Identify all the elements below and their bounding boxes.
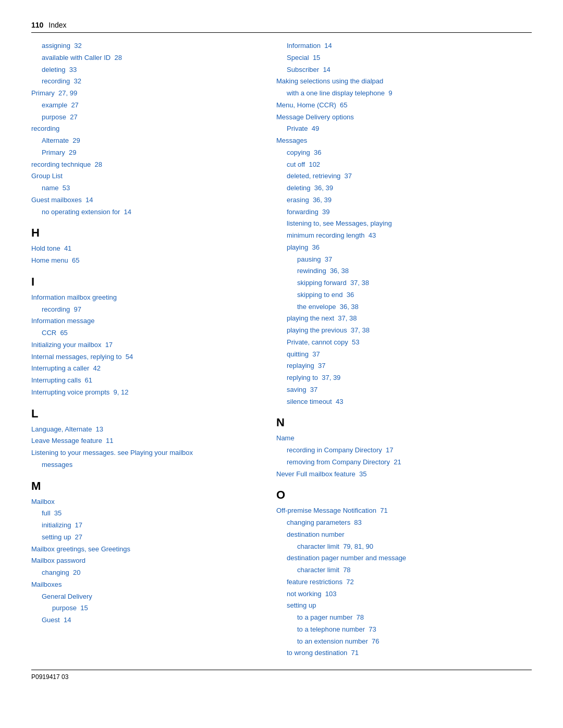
index-columns: assigning 32 available with Caller ID 28… <box>31 40 532 659</box>
list-item: recording in Company Directory 17 <box>287 445 532 456</box>
list-item: Guest mailboxes 14 <box>31 194 255 206</box>
list-item: Primary 29 <box>42 147 255 159</box>
list-item: Special 15 <box>287 52 532 64</box>
list-item: changing parameters 83 <box>287 517 532 529</box>
list-item: replaying 37 <box>287 360 532 372</box>
list-item: recording 32 <box>42 76 255 88</box>
list-item: playing 36 <box>287 242 532 254</box>
list-item: Mailbox password <box>31 555 255 567</box>
list-item: setting up 27 <box>42 532 255 544</box>
section-n-heading: N <box>276 416 532 429</box>
list-item: setting up <box>287 600 532 612</box>
list-item: cut off 102 <box>287 159 532 171</box>
list-item: Leave Message feature 11 <box>31 435 255 447</box>
list-item: skipping forward 37, 38 <box>297 277 532 289</box>
top-bar: 110 Index <box>31 21 532 33</box>
list-item: Private 49 <box>287 123 532 135</box>
list-item: Interrupting a caller 42 <box>31 363 255 375</box>
page-number: 110 <box>31 21 43 29</box>
list-item: Off-premise Message Notification 71 <box>276 505 532 517</box>
list-item: listening to, see Messages, playing <box>287 218 532 230</box>
list-item: recording technique 28 <box>31 159 255 171</box>
list-item: with a one line display telephone 9 <box>287 88 532 100</box>
list-item: recording <box>31 123 255 135</box>
list-item: Making selections using the dialpad <box>276 76 532 88</box>
list-item: Name <box>276 433 532 445</box>
section-title: Index <box>48 21 66 29</box>
list-item: Initializing your mailbox 17 <box>31 339 255 351</box>
list-item: Message Delivery options <box>276 112 532 124</box>
list-item: minimum recording length 43 <box>287 230 532 242</box>
list-item: removing from Company Directory 21 <box>287 456 532 468</box>
list-item: messages <box>42 459 255 471</box>
list-item: Information message <box>31 315 255 327</box>
footer-label: P0919417 03 <box>31 673 68 681</box>
list-item: not working 103 <box>287 588 532 600</box>
mailboxes-continued: Information 14 Special 15 Subscriber 14 … <box>276 40 532 408</box>
list-item: to a telephone number 73 <box>297 624 532 636</box>
list-item: quitting 37 <box>287 349 532 361</box>
list-item: erasing 36, 39 <box>287 194 532 206</box>
list-item: Interrupting calls 61 <box>31 375 255 387</box>
list-item: Hold tone 41 <box>31 243 255 255</box>
list-item: full 35 <box>42 508 255 520</box>
entry-group-top: assigning 32 available with Caller ID 28… <box>31 40 255 218</box>
list-item: Mailbox <box>31 496 255 508</box>
list-item: saving 37 <box>287 384 532 396</box>
list-item: destination pager number and message <box>287 552 532 564</box>
section-l-entries: Language, Alternate 13 Leave Message fea… <box>31 424 255 471</box>
list-item: Subscriber 14 <box>287 64 532 76</box>
list-item: pausing 37 <box>297 254 532 266</box>
list-item: Messages <box>276 135 532 147</box>
list-item: playing the previous 37, 38 <box>287 325 532 337</box>
list-item: forwarding 39 <box>287 206 532 218</box>
list-item: Mailbox greetings, see Greetings <box>31 544 255 556</box>
list-item: deleting 36, 39 <box>287 182 532 194</box>
list-item: character limit 79, 81, 90 <box>297 541 532 553</box>
list-item: changing 20 <box>42 567 255 579</box>
list-item: silence timeout 43 <box>287 396 532 408</box>
list-item: destination number <box>287 529 532 541</box>
list-item: recording 97 <box>42 304 255 316</box>
list-item: Language, Alternate 13 <box>31 424 255 436</box>
list-item: deleting 33 <box>42 64 255 76</box>
list-item: purpose 15 <box>52 602 255 614</box>
list-item: playing the next 37, 38 <box>287 313 532 325</box>
list-item: no operating extension for 14 <box>42 206 255 218</box>
section-l-heading: L <box>31 407 255 421</box>
list-item: to wrong destination 71 <box>287 647 532 659</box>
list-item: CCR 65 <box>42 327 255 339</box>
list-item: Alternate 29 <box>42 135 255 147</box>
list-item: skipping to end 36 <box>297 289 532 301</box>
list-item: replying to 37, 39 <box>287 372 532 384</box>
list-item: Guest 14 <box>42 614 255 626</box>
list-item: name 53 <box>42 182 255 194</box>
section-h-entries: Hold tone 41 Home menu 65 <box>31 243 255 267</box>
list-item: General Delivery <box>42 591 255 603</box>
list-item: deleted, retrieving 37 <box>287 170 532 182</box>
list-item: initializing 17 <box>42 520 255 532</box>
section-o-entries: Off-premise Message Notification 71 chan… <box>276 505 532 659</box>
list-item: Menu, Home (CCR) 65 <box>276 100 532 112</box>
list-item: Interrupting voice prompts 9, 12 <box>31 387 255 399</box>
list-item: to an extension number 76 <box>297 636 532 648</box>
list-item: Information mailbox greeting <box>31 292 255 304</box>
list-item: Information 14 <box>287 40 532 52</box>
footer: P0919417 03 <box>31 670 532 681</box>
list-item: to a pager number 78 <box>297 612 532 624</box>
list-item: Group List <box>31 170 255 182</box>
list-item: Mailboxes <box>31 579 255 591</box>
list-item: rewinding 36, 38 <box>297 265 532 277</box>
list-item: purpose 27 <box>42 112 255 124</box>
list-item: Primary 27, 99 <box>31 88 255 100</box>
section-m-entries: Mailbox full 35 initializing 17 setting … <box>31 496 255 626</box>
section-i-entries: Information mailbox greeting recording 9… <box>31 292 255 399</box>
list-item: Home menu 65 <box>31 255 255 267</box>
section-m-heading: M <box>31 479 255 493</box>
section-i-heading: I <box>31 275 255 289</box>
section-h-heading: H <box>31 226 255 240</box>
list-item: character limit 78 <box>297 564 532 576</box>
page: 110 Index assigning 32 available with Ca… <box>0 0 563 728</box>
list-item: available with Caller ID 28 <box>42 52 255 64</box>
right-column: Information 14 Special 15 Subscriber 14 … <box>271 40 532 659</box>
